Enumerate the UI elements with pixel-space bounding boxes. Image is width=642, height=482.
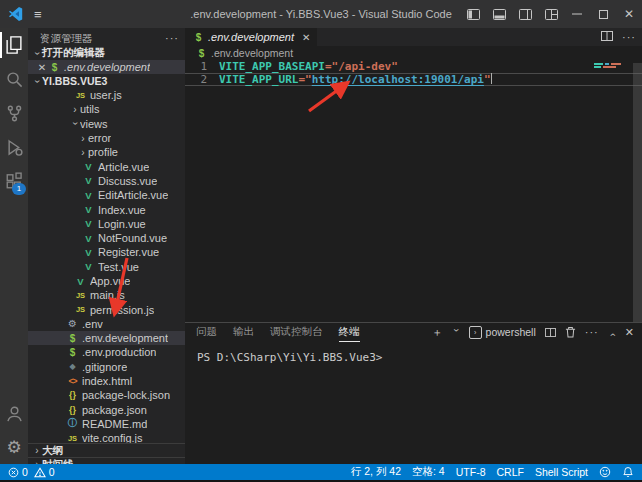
project-section[interactable]: › YI.BBS.VUE3 bbox=[28, 74, 185, 88]
account-icon[interactable] bbox=[0, 396, 28, 430]
indentation[interactable]: 空格: 4 bbox=[412, 465, 445, 479]
split-editor-icon[interactable] bbox=[601, 30, 613, 44]
eol-sequence[interactable]: CRLF bbox=[496, 466, 523, 478]
file-label: .env.development bbox=[82, 332, 168, 344]
tree-item-permission.js[interactable]: JSpermission.js bbox=[28, 302, 185, 316]
maximize-panel-icon[interactable]: › bbox=[606, 328, 617, 336]
open-editor-item[interactable]: ✕ $ .env.development bbox=[28, 60, 185, 74]
tree-item-README.md[interactable]: ⓘREADME.md bbox=[28, 417, 185, 431]
split-terminal-icon[interactable] bbox=[545, 328, 556, 337]
customize-layout-icon[interactable] bbox=[538, 0, 564, 28]
tree-item-Article.vue[interactable]: VArticle.vue bbox=[28, 159, 185, 173]
tree-item-package-lock.json[interactable]: {}package-lock.json bbox=[28, 388, 185, 402]
cursor-position[interactable]: 行 2, 列 42 bbox=[351, 465, 401, 479]
dotenv-icon: $ bbox=[66, 347, 79, 358]
minimap[interactable] bbox=[594, 63, 628, 69]
tree-item-user.js[interactable]: JSuser.js bbox=[28, 88, 185, 102]
panel: 问题输出调试控制台终端 ＋ › › powershell ··· › bbox=[185, 322, 642, 465]
tree-item-Test.vue[interactable]: VTest.vue bbox=[28, 260, 185, 274]
maximize-button[interactable] bbox=[590, 0, 616, 28]
tree-item-profile[interactable]: ›profile bbox=[28, 145, 185, 159]
tab-env-development[interactable]: $ .env.development ✕ bbox=[185, 28, 317, 46]
minimize-button[interactable] bbox=[564, 0, 590, 28]
tree-item-.gitignore[interactable]: ◆.gitignore bbox=[28, 360, 185, 374]
panel-tab-调试控制台[interactable]: 调试控制台 bbox=[270, 323, 323, 342]
feedback-smiley-icon[interactable] bbox=[599, 466, 611, 478]
settings-gear-icon[interactable]: ⚙ bbox=[0, 430, 28, 464]
more-actions-icon[interactable]: ··· bbox=[622, 31, 636, 43]
extensions-icon[interactable]: 1 bbox=[0, 164, 28, 198]
dotenv-icon: $ bbox=[195, 48, 208, 59]
terminal-shell-chip[interactable]: › powershell bbox=[469, 326, 536, 339]
explorer-more-actions-icon[interactable]: ··· bbox=[165, 30, 179, 46]
close-editor-icon[interactable]: ✕ bbox=[36, 62, 48, 73]
tree-item-NotFound.vue[interactable]: VNotFound.vue bbox=[28, 231, 185, 245]
problems-status[interactable]: 0 0 bbox=[0, 466, 61, 478]
file-label: .env.production bbox=[82, 346, 156, 358]
code-line-1[interactable]: 1VITE_APP_BASEAPI="/api-dev" bbox=[185, 60, 642, 73]
toggle-panel-icon[interactable] bbox=[486, 0, 512, 28]
terminal-dropdown-icon[interactable]: › bbox=[450, 328, 461, 336]
error-count: 0 bbox=[22, 466, 28, 478]
code-segment-link[interactable]: http://localhost:19001/api bbox=[312, 73, 484, 86]
terminal-icon: › bbox=[469, 326, 482, 339]
tab-close-icon[interactable]: ✕ bbox=[302, 32, 310, 43]
code-line-2[interactable]: 2VITE_APP_URL="http://localhost:19001/ap… bbox=[185, 73, 642, 86]
line-number: 2 bbox=[185, 73, 207, 86]
panel-more-actions-icon[interactable]: ··· bbox=[585, 326, 599, 338]
language-mode[interactable]: Shell Script bbox=[535, 466, 588, 478]
html-icon: <> bbox=[66, 376, 79, 386]
run-debug-icon[interactable] bbox=[0, 130, 28, 164]
close-panel-icon[interactable]: ✕ bbox=[625, 326, 634, 339]
status-bar: 0 0 行 2, 列 42 空格: 4 UTF-8 CRLF Shell Scr… bbox=[0, 464, 642, 480]
tree-item-package.json[interactable]: {}package.json bbox=[28, 403, 185, 417]
file-label: permission.js bbox=[90, 304, 154, 316]
breadcrumb[interactable]: $ .env.development bbox=[185, 46, 642, 60]
explorer-icon[interactable] bbox=[0, 28, 28, 62]
tree-item-index.html[interactable]: <>index.html bbox=[28, 374, 185, 388]
new-terminal-icon[interactable]: ＋ bbox=[432, 325, 443, 340]
tree-item-.env[interactable]: ⚙.env bbox=[28, 317, 185, 331]
file-label: views bbox=[80, 118, 108, 130]
tree-item-error[interactable]: ›error bbox=[28, 131, 185, 145]
code-lines: 1VITE_APP_BASEAPI="/api-dev"2VITE_APP_UR… bbox=[185, 60, 642, 86]
tree-item-App.vue[interactable]: VApp.vue bbox=[28, 274, 185, 288]
menu-icon[interactable]: ≡ bbox=[34, 7, 42, 22]
file-label: Test.vue bbox=[98, 261, 139, 273]
tree-item-Register.vue[interactable]: VRegister.vue bbox=[28, 245, 185, 259]
timeline-section[interactable]: › 时间线 bbox=[28, 457, 185, 464]
vscode-window: ≡ .env.development - Yi.BBS.Vue3 - Visua… bbox=[0, 0, 642, 482]
terminal-prompt[interactable]: PS D:\CSharp\Yi\Yi.BBS.Vue3> bbox=[185, 341, 642, 364]
tree-item-views[interactable]: ›views bbox=[28, 117, 185, 131]
tree-item-main.js[interactable]: JSmain.js bbox=[28, 288, 185, 302]
notifications-bell-icon[interactable] bbox=[622, 466, 634, 478]
panel-tab-输出[interactable]: 输出 bbox=[233, 323, 254, 342]
toggle-secondary-sidebar-icon[interactable] bbox=[512, 0, 538, 28]
search-icon[interactable] bbox=[0, 62, 28, 96]
tree-item-Login.vue[interactable]: VLogin.vue bbox=[28, 217, 185, 231]
vue-icon: V bbox=[74, 276, 87, 287]
scrollbar[interactable] bbox=[633, 63, 642, 322]
vscode-logo-icon bbox=[8, 6, 24, 22]
tree-item-Discuss.vue[interactable]: VDiscuss.vue bbox=[28, 174, 185, 188]
tree-item-utils[interactable]: ›utils bbox=[28, 102, 185, 116]
tree-item-Index.vue[interactable]: VIndex.vue bbox=[28, 202, 185, 216]
open-editors-section[interactable]: › 打开的编辑器 bbox=[28, 46, 185, 60]
file-label: .env bbox=[82, 318, 103, 330]
file-label: package.json bbox=[82, 404, 147, 416]
code-editor[interactable]: 1VITE_APP_BASEAPI="/api-dev"2VITE_APP_UR… bbox=[185, 60, 642, 322]
panel-tab-终端[interactable]: 终端 bbox=[339, 323, 360, 342]
tree-item-.env.production[interactable]: $.env.production bbox=[28, 345, 185, 359]
gitignore-icon: ◆ bbox=[66, 362, 79, 371]
panel-tab-问题[interactable]: 问题 bbox=[196, 323, 217, 342]
toggle-sidebar-icon[interactable] bbox=[460, 0, 486, 28]
close-button[interactable]: ✕ bbox=[616, 0, 642, 28]
source-control-icon[interactable] bbox=[0, 96, 28, 130]
outline-section[interactable]: › 大纲 bbox=[28, 443, 185, 457]
code-segment-key: VITE_APP_BASEAPI bbox=[219, 60, 325, 73]
encoding[interactable]: UTF-8 bbox=[456, 466, 486, 478]
tree-item-.env.development[interactable]: $.env.development bbox=[28, 331, 185, 345]
kill-terminal-icon[interactable] bbox=[565, 326, 576, 338]
json-icon: {} bbox=[66, 390, 79, 400]
tree-item-EditArticle.vue[interactable]: VEditArticle.vue bbox=[28, 188, 185, 202]
